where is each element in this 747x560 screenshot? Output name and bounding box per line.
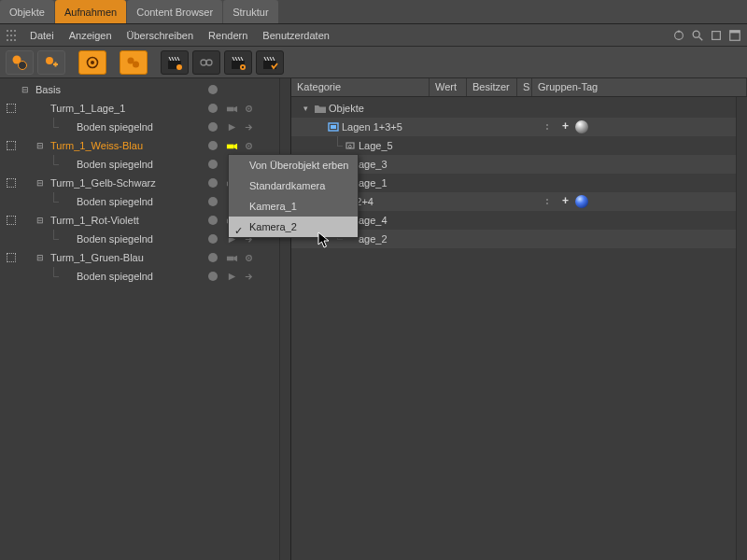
expand-toggle[interactable]: ⊟	[34, 176, 47, 189]
left-scrollbar[interactable]	[279, 78, 290, 560]
tab-struktur[interactable]: Struktur	[223, 0, 278, 23]
ctx-inherit[interactable]: Von Überobjekt erben	[229, 155, 358, 175]
row-label[interactable]: Turm_1_Rot-Violett	[50, 211, 208, 230]
expand-toggle[interactable]: ⊟	[19, 83, 32, 96]
row-label[interactable]: Boden spiegelnd	[77, 267, 208, 286]
auto-take-button[interactable]	[78, 50, 106, 75]
camera-icon[interactable]	[225, 251, 238, 264]
selection-gutter[interactable]	[4, 104, 19, 113]
ctx-kamera-2[interactable]: ✓ Kamera_2	[229, 217, 358, 237]
col-besitzer[interactable]: Besitzer	[467, 78, 517, 96]
tree-row[interactable]: ⊟Turm_1_Gruen-Blau	[0, 248, 290, 267]
row-label[interactable]: Turm_1_Weiss-Blau	[50, 136, 208, 155]
menu-ueberschreiben[interactable]: Überschreiben	[120, 24, 202, 47]
visibility-dot-icon[interactable]	[208, 216, 218, 225]
ctx-kamera-1[interactable]: Kamera_1	[229, 196, 358, 217]
camera-icon[interactable]	[225, 102, 238, 115]
visibility-dot-icon[interactable]	[208, 160, 218, 169]
category-row[interactable]: ▾Objekte	[291, 99, 747, 118]
render-clapper-button[interactable]	[161, 50, 189, 75]
visibility-dot-icon[interactable]	[208, 178, 218, 188]
arrow-icon[interactable]	[242, 120, 255, 133]
expand-toggle[interactable]: ⊟	[34, 139, 47, 152]
category-row[interactable]: age_1	[291, 174, 747, 192]
new-take-child-button[interactable]	[37, 50, 65, 75]
tree-row[interactable]: Turm_1_Lage_1	[0, 99, 290, 118]
group-tag-cell[interactable]: +	[555, 120, 747, 133]
selection-gutter[interactable]	[4, 141, 19, 150]
tag-sphere-icon[interactable]	[575, 195, 588, 208]
visibility-dot-icon[interactable]	[208, 272, 218, 281]
selection-gutter[interactable]	[4, 178, 19, 188]
menu-benutzerdaten[interactable]: Benutzerdaten	[255, 24, 337, 47]
tree-row[interactable]: Boden spiegelnd	[0, 118, 290, 136]
visibility-dot-icon[interactable]	[208, 141, 218, 150]
group-tag-cell[interactable]: +	[555, 195, 747, 208]
tree-row[interactable]: Boden spiegelnd	[0, 267, 290, 286]
expand-toggle[interactable]: ⊟	[34, 214, 47, 227]
col-gruppen-tag[interactable]: Gruppen-Tag	[532, 78, 747, 96]
tree-row[interactable]: ⊟Turm_1_Weiss-Blau	[0, 136, 290, 155]
add-tag-icon[interactable]: +	[562, 197, 571, 206]
render-settings-icon[interactable]	[242, 139, 255, 152]
expand-toggle[interactable]: ⊟	[34, 251, 47, 264]
category-row[interactable]: 0Lage_5	[291, 136, 747, 155]
render-settings-icon[interactable]	[242, 251, 255, 264]
row-label[interactable]: Turm_1_Lage_1	[50, 99, 208, 118]
tab-content-browser[interactable]: Content Browser	[127, 0, 222, 23]
add-tag-icon[interactable]: +	[562, 122, 571, 132]
render-settings-icon[interactable]	[242, 102, 255, 115]
visibility-dot-icon[interactable]	[208, 122, 218, 132]
expand-toggle[interactable]: ▾	[299, 102, 312, 115]
render-clapper-marked-button[interactable]	[256, 50, 284, 75]
s-indicator-icon[interactable]	[542, 195, 553, 208]
tag-sphere-icon[interactable]	[575, 120, 588, 133]
selection-gutter[interactable]	[4, 216, 19, 225]
row-label[interactable]: Boden spiegelnd	[77, 230, 208, 248]
render-clapper2-button[interactable]	[224, 50, 252, 75]
category-row[interactable]: Lagen 1+3+5+	[291, 118, 747, 136]
orbit-icon[interactable]	[672, 29, 685, 42]
ctx-default-camera[interactable]: Standardkamera	[229, 175, 358, 196]
window-dock-icon[interactable]	[728, 29, 741, 42]
selection-gutter[interactable]	[4, 253, 19, 262]
category-tree[interactable]: ▾ObjekteLagen 1+3+5+0Lage_5age_3age_1en …	[291, 97, 747, 250]
tab-objekte[interactable]: Objekte	[0, 0, 54, 23]
row-label[interactable]: Boden spiegelnd	[77, 192, 208, 211]
row-label[interactable]: Boden spiegelnd	[77, 155, 208, 174]
category-row[interactable]: age_2	[291, 230, 747, 248]
override-group-button[interactable]	[120, 50, 148, 75]
tab-aufnahmen[interactable]: Aufnahmen	[55, 0, 126, 23]
spot-icon[interactable]	[225, 270, 238, 283]
spot-icon[interactable]	[225, 120, 238, 133]
row-label[interactable]: Turm_1_Gruen-Blau	[50, 248, 208, 267]
row-label[interactable]: Basis	[35, 80, 208, 99]
row-label[interactable]: Boden spiegelnd	[77, 118, 208, 136]
visibility-dot-icon[interactable]	[208, 197, 218, 206]
category-label: age_2	[359, 230, 388, 248]
category-row[interactable]: age_4	[291, 211, 747, 230]
search-icon[interactable]	[691, 29, 704, 42]
arrow-icon[interactable]	[242, 270, 255, 283]
menu-anzeigen[interactable]: Anzeigen	[62, 24, 120, 47]
camera-icon[interactable]	[225, 139, 238, 152]
new-take-button[interactable]	[6, 50, 34, 75]
s-indicator-icon[interactable]	[542, 120, 553, 133]
render-gear-button[interactable]	[192, 50, 220, 75]
right-scrollbar[interactable]	[736, 97, 747, 560]
visibility-dot-icon[interactable]	[208, 85, 218, 94]
visibility-dot-icon[interactable]	[208, 104, 218, 113]
drag-grip-icon[interactable]	[6, 29, 17, 42]
col-s[interactable]: S	[517, 78, 532, 96]
visibility-dot-icon[interactable]	[208, 253, 218, 262]
category-row[interactable]: en 2+4+	[291, 192, 747, 211]
tree-row[interactable]: ⊟Basis	[0, 80, 290, 99]
visibility-dot-icon[interactable]	[208, 234, 218, 244]
window-float-icon[interactable]	[710, 29, 723, 42]
col-kategorie[interactable]: Kategorie	[291, 78, 430, 96]
category-row[interactable]: age_3	[291, 155, 747, 174]
row-label[interactable]: Turm_1_Gelb-Schwarz	[50, 174, 208, 192]
col-wert[interactable]: Wert	[430, 78, 467, 96]
menu-datei[interactable]: Datei	[22, 24, 62, 47]
menu-rendern[interactable]: Rendern	[201, 24, 255, 47]
